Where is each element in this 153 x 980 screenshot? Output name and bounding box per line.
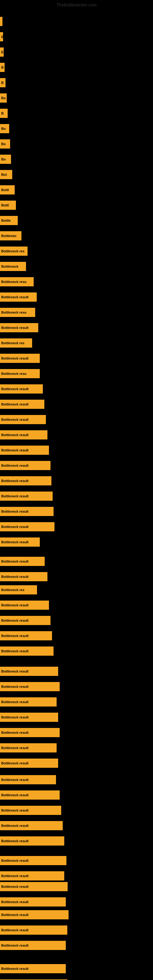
- bar-fill: Bottleneck result: [0, 713, 58, 722]
- bar-fill: Bottleneck result: [0, 415, 46, 424]
- bar-item: Bo: [0, 139, 10, 148]
- bar-item: Bo: [0, 94, 7, 103]
- bar-item: Bottleneck resu: [0, 369, 40, 378]
- bar-fill: Bottleneck result: [0, 400, 45, 409]
- bar-item: Bottleneck result: [0, 836, 64, 846]
- bar-item: Bottleneck result: [0, 293, 37, 302]
- bar-fill: Bo: [0, 139, 10, 148]
- bar-fill: Bottleneck result: [0, 897, 66, 907]
- bar-item: Bottleneck result: [0, 728, 60, 737]
- bar-item: Bottleneck result: [0, 856, 66, 865]
- bar-item: Bottleneck result: [0, 697, 57, 706]
- bar-item: Bottleneck resu: [0, 308, 35, 317]
- bar-fill: Bottleneck result: [0, 572, 48, 581]
- bar-item: Bottleneck result: [0, 557, 45, 566]
- bar-item: Bottleneck result: [0, 476, 51, 485]
- bar-item: Bottleneck result: [0, 759, 58, 768]
- bar-item: Bo: [0, 124, 9, 133]
- bar-item: Bottleneck result: [0, 791, 60, 800]
- bar-fill: Bottleneck result: [0, 631, 52, 640]
- bar-fill: Bottleneck res: [0, 247, 27, 256]
- bar-fill: Bottleneck result: [0, 821, 63, 830]
- bar-fill: Bottleneck result: [0, 445, 49, 455]
- bar-item: Bottleneck result: [0, 646, 54, 656]
- bar-fill: E: [0, 48, 4, 57]
- bar-item: Bottleneck result: [0, 775, 56, 784]
- bar-item: Bottleneck result: [0, 354, 40, 363]
- bar-fill: Bottleneck result: [0, 856, 66, 865]
- bar-item: Bottleneck result: [0, 415, 46, 424]
- bar-fill: Bottleneck result: [0, 601, 49, 610]
- bar-fill: Bottleneck result: [0, 728, 60, 737]
- bar-item: Bottleneck result: [0, 631, 52, 640]
- bar-item: Bottleneck result: [0, 926, 67, 935]
- bar-item: Bottleneck result: [0, 430, 48, 439]
- bar-fill: Bottlenec: [0, 231, 21, 240]
- bar-item: Bottleneck result: [0, 964, 66, 973]
- bar-item: Bottleneck result: [0, 461, 51, 470]
- bar-item: Bottleneck result: [0, 897, 66, 907]
- bar-fill: Bottleneck result: [0, 616, 51, 625]
- bar-fill: Bottleneck result: [0, 806, 61, 815]
- bar-fill: Bottleneck res: [0, 339, 32, 348]
- bar-fill: Bottleneck result: [0, 836, 64, 846]
- bar-fill: Bottleneck result: [0, 775, 56, 784]
- bar-fill: Bottl: [0, 200, 16, 210]
- bar-fill: Bottleneck resu: [0, 369, 40, 378]
- bar-fill: Bottl: [0, 185, 15, 194]
- bar-fill: B: [0, 63, 5, 72]
- bar-item: Bot: [0, 170, 12, 179]
- bar-item: E: [0, 32, 3, 41]
- bar-fill: B: [0, 109, 8, 118]
- bar-item: Bottleneck res: [0, 585, 37, 595]
- bar-fill: Bottleneck result: [0, 476, 51, 485]
- bar-fill: Bottleneck result: [0, 430, 48, 439]
- bar-fill: Bottleneck result: [0, 882, 68, 891]
- bar-item: B: [0, 63, 5, 72]
- bar-fill: Bottleneck result: [0, 323, 38, 332]
- bar-fill: Bottleneck result: [0, 507, 54, 516]
- bar-item: Bottleneck result: [0, 806, 61, 815]
- bar-fill: E: [0, 32, 3, 41]
- bar-item: Bottleneck result: [0, 400, 45, 409]
- bar-item: B: [0, 78, 5, 87]
- bar-fill: Bot: [0, 170, 12, 179]
- bar-item: Bottleneck result: [0, 522, 54, 531]
- bar-fill: Bottleneck result: [0, 941, 66, 950]
- bar-fill: Bottleneck result: [0, 646, 54, 656]
- bar-fill: Bo: [0, 155, 11, 164]
- bar-fill: Bottleneck result: [0, 492, 53, 501]
- bar-item: Bottleneck res: [0, 247, 27, 256]
- bar-item: Bottleneck result: [0, 667, 58, 676]
- bar-item: Bottleneck result: [0, 492, 53, 501]
- bar-fill: Bottleneck result: [0, 461, 51, 470]
- bar-item: Bottle: [0, 216, 18, 225]
- bar-fill: Bottleneck: [0, 262, 26, 271]
- bar-item: [0, 17, 2, 26]
- bar-item: B: [0, 109, 8, 118]
- bar-item: Bottleneck result: [0, 682, 60, 691]
- bar-item: Bottleneck result: [0, 445, 49, 455]
- bar-item: Bottleneck result: [0, 572, 48, 581]
- bar-item: Bottleneck resu: [0, 277, 33, 286]
- bar-item: Bottleneck result: [0, 910, 69, 920]
- bar-fill: Bottleneck result: [0, 293, 37, 302]
- bar-fill: Bottleneck result: [0, 354, 40, 363]
- bar-fill: Bottleneck res: [0, 585, 37, 595]
- bar-item: Bottl: [0, 185, 15, 194]
- bar-item: Bottlenec: [0, 231, 21, 240]
- bar-item: Bottleneck: [0, 262, 26, 271]
- bar-fill: Bottleneck result: [0, 557, 45, 566]
- bar-fill: B: [0, 78, 5, 87]
- bar-item: Bottleneck result: [0, 384, 43, 393]
- bar-item: Bottleneck result: [0, 871, 64, 880]
- bar-fill: Bottleneck result: [0, 538, 40, 547]
- bar-fill: Bottleneck resu: [0, 277, 33, 286]
- bar-fill: Bottleneck result: [0, 667, 58, 676]
- bar-item: Bottleneck result: [0, 616, 51, 625]
- bar-item: Bottleneck res: [0, 339, 32, 348]
- bar-fill: Bottleneck result: [0, 697, 57, 706]
- bar-item: Bottleneck result: [0, 507, 54, 516]
- bar-fill: Bo: [0, 124, 9, 133]
- bar-item: Bo: [0, 155, 11, 164]
